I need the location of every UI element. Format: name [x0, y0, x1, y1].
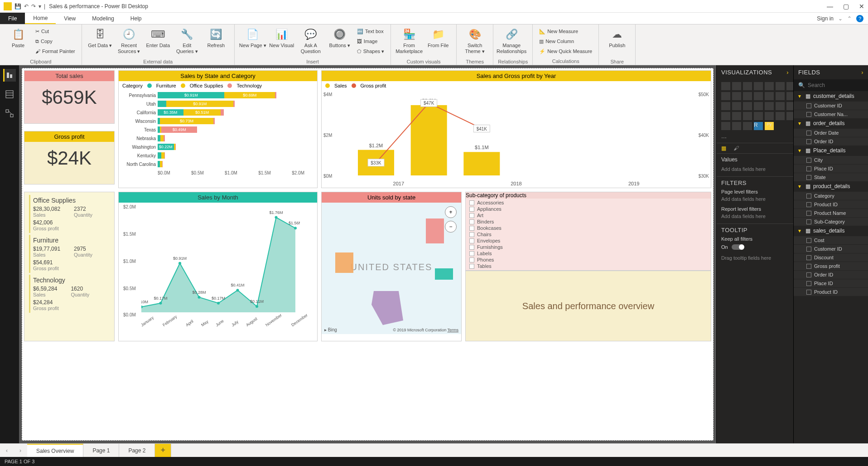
switch-theme-button[interactable]: 🎨Switch Theme ▾ — [461, 26, 488, 58]
next-page-button[interactable]: › — [14, 444, 27, 457]
publish-button[interactable]: ☁Publish — [603, 26, 631, 58]
field-item[interactable]: Customer Na... — [794, 110, 868, 118]
field-item[interactable]: Order Date — [794, 128, 868, 137]
qat-dropdown-icon[interactable]: ▾ — [39, 3, 41, 10]
viz-type-icon[interactable] — [743, 112, 752, 120]
prev-page-button[interactable]: ‹ — [0, 444, 14, 457]
copy-button[interactable]: ⧉Copy — [34, 36, 77, 46]
field-item[interactable]: Sub-Category — [794, 217, 868, 226]
viz-type-icon[interactable] — [754, 102, 763, 110]
chart-state-category[interactable]: Sales by State and Category Category Fur… — [118, 70, 318, 188]
recent-sources-button[interactable]: 🕘Recent Sources ▾ — [116, 26, 143, 58]
new-measure-button[interactable]: 📐New Measure — [537, 26, 594, 36]
viz-type-icon[interactable] — [732, 112, 741, 120]
keep-filters-toggle[interactable] — [732, 244, 744, 250]
field-item[interactable]: Customer ID — [794, 101, 868, 110]
more-icon[interactable]: ⋯ — [717, 133, 793, 143]
add-page-button[interactable]: + — [155, 444, 171, 457]
new-page-button[interactable]: 📄New Page ▾ — [239, 26, 266, 58]
viz-type-icon[interactable] — [743, 82, 752, 90]
field-table[interactable]: ▾▦sales_details — [794, 226, 868, 236]
maximize-button[interactable]: ▢ — [843, 3, 849, 10]
slicer-item[interactable]: Bookcases — [467, 225, 710, 231]
field-item[interactable]: Customer ID — [794, 244, 868, 253]
tab-view[interactable]: View — [56, 13, 84, 24]
save-icon[interactable]: 💾 — [14, 3, 21, 10]
from-file-button[interactable]: 📁From File — [424, 26, 452, 58]
tooltip-dropzone[interactable]: Drag tooltip fields here — [721, 253, 789, 262]
new-column-button[interactable]: ▥New Column — [537, 36, 594, 46]
page-tab-1[interactable]: Page 1 — [83, 444, 119, 457]
viz-type-icon[interactable] — [776, 102, 785, 110]
field-item[interactable]: Category — [794, 191, 868, 200]
page-filters-dropzone[interactable]: Add data fields here — [721, 194, 789, 204]
slicer-item[interactable]: Tables — [467, 263, 710, 269]
refresh-button[interactable]: 🔄Refresh — [203, 26, 230, 58]
redo-icon[interactable]: ↷ — [31, 3, 36, 10]
undo-icon[interactable]: ↶ — [24, 3, 29, 10]
chart-map[interactable]: Units sold by state + − UNITED STATES ▸ … — [321, 192, 462, 341]
values-dropzone[interactable]: Add data fields here — [721, 165, 789, 174]
field-item[interactable]: Place ID — [794, 164, 868, 173]
viz-type-icon[interactable] — [721, 122, 730, 130]
field-table[interactable]: ▾▦order_details — [794, 118, 868, 128]
viz-type-icon[interactable] — [754, 82, 763, 90]
slicer-item[interactable]: Accessories — [467, 199, 710, 206]
ask-question-button[interactable]: 💬Ask A Question — [297, 26, 324, 58]
viz-type-icon[interactable] — [776, 112, 785, 120]
slicer-item[interactable]: Appliances — [467, 206, 710, 212]
slicer-item[interactable]: Furnishings — [467, 244, 710, 250]
viz-type-icon[interactable]: Py — [765, 122, 774, 130]
slicer-item[interactable]: Chairs — [467, 231, 710, 238]
viz-type-icon[interactable]: R — [754, 122, 763, 130]
field-item[interactable]: Product ID — [794, 200, 868, 209]
viz-type-icon[interactable] — [732, 122, 741, 130]
viz-type-icon[interactable] — [732, 92, 741, 100]
slicer-item[interactable]: Phones — [467, 257, 710, 263]
field-table[interactable]: ▾▦product_details — [794, 181, 868, 191]
viz-type-icon[interactable] — [765, 112, 774, 120]
tab-help[interactable]: Help — [122, 13, 150, 24]
model-view-button[interactable] — [3, 107, 16, 120]
report-canvas[interactable]: Total sales $659K Gross profit $24K Sale… — [22, 68, 714, 441]
cut-button[interactable]: ✂Cut — [34, 26, 77, 36]
from-marketplace-button[interactable]: 🏪From Marketplace — [395, 26, 423, 58]
viz-type-icon[interactable] — [721, 102, 730, 110]
shapes-button[interactable]: ⬠Shapes ▾ — [355, 46, 386, 56]
field-item[interactable]: Product Name — [794, 209, 868, 217]
kpi-total-sales[interactable]: Total sales $659K — [24, 70, 115, 124]
viz-type-icon[interactable] — [776, 92, 785, 100]
minimize-button[interactable]: — — [827, 3, 833, 10]
buttons-button[interactable]: 🔘Buttons ▾ — [326, 26, 353, 58]
field-item[interactable]: Order ID — [794, 270, 868, 279]
collapse-icon[interactable]: › — [861, 69, 863, 76]
collapse-icon[interactable]: › — [786, 69, 789, 76]
overview-textbox[interactable]: Sales and performance overview — [465, 271, 711, 341]
field-table[interactable]: ▾▦Place_details — [794, 146, 868, 155]
format-tab-icon[interactable]: 🖌 — [733, 145, 739, 151]
field-item[interactable]: Discount — [794, 253, 868, 262]
viz-type-icon[interactable] — [765, 82, 774, 90]
viz-type-icon[interactable] — [721, 82, 730, 90]
tab-file[interactable]: File — [0, 13, 25, 24]
format-painter-button[interactable]: 🖌Format Painter — [34, 46, 77, 56]
viz-type-icon[interactable] — [732, 82, 741, 90]
viz-type-icon[interactable] — [743, 122, 752, 130]
viz-type-icon[interactable] — [776, 82, 785, 90]
viz-type-icon[interactable] — [743, 102, 752, 110]
field-table[interactable]: ▾▦customer_details — [794, 91, 868, 101]
textbox-button[interactable]: 🔤Text box — [355, 26, 386, 36]
field-item[interactable]: City — [794, 155, 868, 164]
slicer-item[interactable]: Art — [467, 212, 710, 218]
page-tab-2[interactable]: Page 2 — [119, 444, 155, 457]
close-button[interactable]: ✕ — [859, 3, 864, 10]
fields-tab-icon[interactable]: ▦ — [721, 145, 726, 151]
enter-data-button[interactable]: ⌨Enter Data — [145, 26, 172, 58]
help-icon[interactable]: ? — [856, 15, 863, 22]
new-visual-button[interactable]: 📊New Visual — [268, 26, 295, 58]
viz-type-icon[interactable] — [721, 92, 730, 100]
chevron-down-icon[interactable]: ⌄ — [838, 15, 843, 22]
report-filters-dropzone[interactable]: Add data fields here — [721, 212, 789, 221]
field-item[interactable]: Gross profit — [794, 262, 868, 270]
viz-type-icon[interactable] — [754, 112, 763, 120]
